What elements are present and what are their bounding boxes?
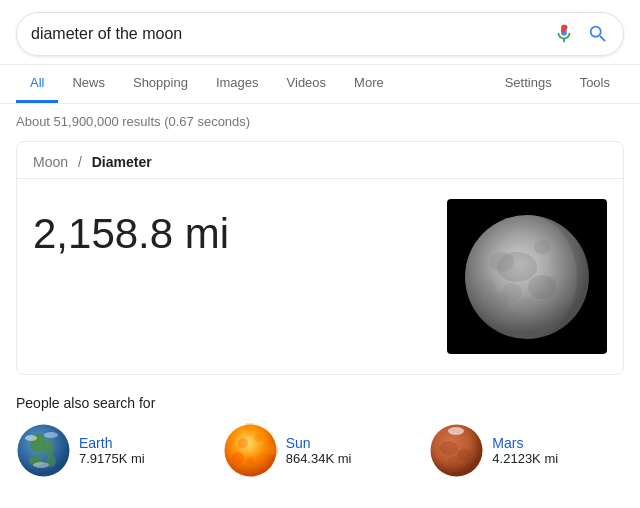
search-icon[interactable] bbox=[587, 23, 609, 45]
svg-point-12 bbox=[485, 292, 509, 312]
svg-point-23 bbox=[254, 434, 262, 442]
mars-size: 4.2123K mi bbox=[492, 451, 558, 466]
mic-icon[interactable] bbox=[553, 23, 575, 45]
svg-point-32 bbox=[448, 456, 460, 466]
results-info: About 51,900,000 results (0.67 seconds) bbox=[0, 104, 640, 137]
svg-point-30 bbox=[440, 441, 458, 455]
svg-point-18 bbox=[25, 435, 37, 441]
nav-left: All News Shopping Images Videos More bbox=[16, 65, 491, 103]
people-also-search-title: People also search for bbox=[16, 395, 624, 411]
people-also-search-section: People also search for bbox=[0, 387, 640, 490]
svg-point-24 bbox=[232, 452, 244, 464]
svg-point-25 bbox=[256, 453, 266, 463]
tab-tools[interactable]: Tools bbox=[566, 65, 624, 103]
svg-point-9 bbox=[551, 257, 563, 267]
mars-thumbnail bbox=[429, 423, 484, 478]
people-item-sun[interactable]: Sun 864.34K mi bbox=[223, 423, 418, 478]
people-item-earth[interactable]: Earth 7.9175K mi bbox=[16, 423, 211, 478]
tab-shopping[interactable]: Shopping bbox=[119, 65, 202, 103]
tab-videos[interactable]: Videos bbox=[273, 65, 341, 103]
breadcrumb-current: Diameter bbox=[92, 154, 152, 170]
svg-point-20 bbox=[33, 462, 49, 468]
search-input[interactable] bbox=[31, 25, 553, 43]
snippet-text: 2,158.8 mi bbox=[33, 199, 431, 259]
breadcrumb-separator: / bbox=[78, 154, 82, 170]
svg-point-11 bbox=[528, 275, 556, 299]
breadcrumb-parent[interactable]: Moon bbox=[33, 154, 68, 170]
breadcrumb: Moon / Diameter bbox=[17, 142, 623, 179]
people-item-mars[interactable]: Mars 4.2123K mi bbox=[429, 423, 624, 478]
svg-point-15 bbox=[44, 440, 54, 456]
moon-svg bbox=[457, 207, 597, 347]
search-bar bbox=[16, 12, 624, 56]
nav-tabs: All News Shopping Images Videos More Set… bbox=[0, 65, 640, 104]
svg-point-22 bbox=[238, 438, 248, 448]
earth-name: Earth bbox=[79, 435, 145, 451]
earth-size: 7.9175K mi bbox=[79, 451, 145, 466]
tab-settings[interactable]: Settings bbox=[491, 65, 566, 103]
sun-thumbnail bbox=[223, 423, 278, 478]
search-bar-container bbox=[0, 0, 640, 65]
moon-image bbox=[447, 199, 607, 354]
svg-point-33 bbox=[448, 427, 464, 435]
diameter-value: 2,158.8 mi bbox=[33, 209, 431, 259]
mars-info: Mars 4.2123K mi bbox=[492, 435, 558, 466]
svg-point-26 bbox=[246, 457, 254, 465]
sun-name: Sun bbox=[286, 435, 352, 451]
tab-news[interactable]: News bbox=[58, 65, 119, 103]
nav-right: Settings Tools bbox=[491, 65, 624, 103]
sun-size: 864.34K mi bbox=[286, 451, 352, 466]
featured-card: Moon / Diameter 2,158.8 mi bbox=[16, 141, 624, 375]
mars-svg bbox=[429, 423, 484, 478]
tab-more[interactable]: More bbox=[340, 65, 398, 103]
search-icons bbox=[553, 23, 609, 45]
mars-name: Mars bbox=[492, 435, 558, 451]
earth-svg bbox=[16, 423, 71, 478]
earth-thumbnail bbox=[16, 423, 71, 478]
sun-info: Sun 864.34K mi bbox=[286, 435, 352, 466]
svg-point-19 bbox=[44, 432, 58, 438]
tab-images[interactable]: Images bbox=[202, 65, 273, 103]
earth-info: Earth 7.9175K mi bbox=[79, 435, 145, 466]
tab-all[interactable]: All bbox=[16, 65, 58, 103]
sun-svg bbox=[223, 423, 278, 478]
svg-point-8 bbox=[516, 298, 538, 316]
svg-point-10 bbox=[497, 252, 537, 282]
svg-point-13 bbox=[18, 425, 70, 477]
people-grid: Earth 7.9175K mi bbox=[16, 423, 624, 478]
svg-point-4 bbox=[534, 240, 550, 254]
snippet-body: 2,158.8 mi bbox=[17, 179, 623, 374]
